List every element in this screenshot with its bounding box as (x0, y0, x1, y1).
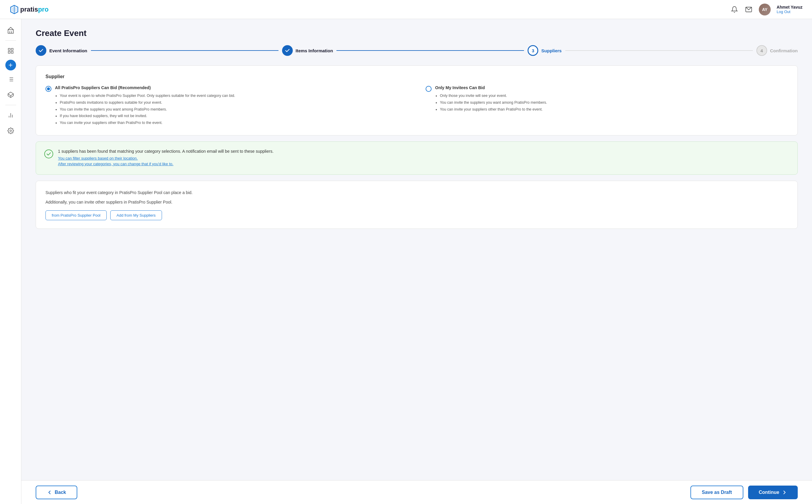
step-circle-suppliers: 3 (528, 45, 538, 56)
header-right: AY Ahmet Yavuz Log Out (730, 4, 802, 15)
sidebar-item-cube[interactable] (4, 88, 17, 101)
svg-rect-10 (11, 51, 13, 53)
notification-icon[interactable] (730, 5, 739, 14)
option-all-title: All PratisPro Suppliers Can Bid (Recomme… (55, 85, 408, 90)
step-event-info: Event Information (36, 45, 87, 56)
step-circle-items-info (282, 45, 293, 56)
change-categories-link[interactable]: After reviewing your categories, you can… (58, 162, 789, 166)
svg-rect-9 (8, 51, 10, 53)
step-confirmation: 4 Confirmation (756, 45, 798, 56)
option-invitees-title: Only My Invitees Can Bid (435, 85, 788, 90)
page-title: Create Event (36, 29, 798, 38)
invite-text-1: Suppliers who fit your event category in… (45, 189, 788, 196)
option-all-list: Your event is open to whole PratisPro Su… (55, 93, 408, 126)
from-pool-button[interactable]: from PratisPro Supplier Pool (45, 210, 107, 220)
step-items-info: Items Information (282, 45, 333, 56)
logo: pratispro (10, 5, 48, 14)
logout-link[interactable]: Log Out (777, 10, 802, 14)
info-text-content: 1 suppliers has been found that matching… (58, 149, 789, 167)
info-box: 1 suppliers has been found that matching… (36, 141, 798, 175)
option-invitees-bullet-3: You can invite your suppliers other than… (440, 107, 788, 112)
option-invitees-list: Only those you invite will see your even… (435, 93, 788, 112)
check-icon (44, 149, 53, 158)
footer-right: Save as Draft Continue (690, 486, 798, 499)
footer: Back Save as Draft Continue (21, 480, 812, 504)
option-all-suppliers[interactable]: All PratisPro Suppliers Can Bid (Recomme… (45, 85, 408, 127)
back-label: Back (55, 490, 66, 495)
user-info: Ahmet Yavuz Log Out (777, 5, 802, 14)
invite-section-card: Suppliers who fit your event category in… (36, 181, 798, 229)
sidebar-item-chart[interactable] (4, 109, 17, 122)
back-button[interactable]: Back (36, 486, 77, 499)
option-all-bullet-1: Your event is open to whole PratisPro Su… (60, 93, 408, 99)
supplier-options: All PratisPro Suppliers Can Bid (Recomme… (45, 85, 788, 127)
option-all-content: All PratisPro Suppliers Can Bid (Recomme… (55, 85, 408, 127)
mail-icon[interactable] (745, 5, 753, 14)
supplier-options-card: Supplier All PratisPro Suppliers Can Bid… (36, 65, 798, 136)
main-content: Create Event Event Information Items Inf… (21, 19, 812, 504)
sidebar-item-settings[interactable] (4, 124, 17, 137)
step-suppliers: 3 Suppliers (528, 45, 561, 56)
option-invitees-bullet-2: You can invite the suppliers you want am… (440, 100, 788, 105)
radio-all-suppliers[interactable] (45, 86, 51, 92)
header: pratispro AY Ahmet Yavuz Log Out (0, 0, 812, 19)
invite-btn-group: from PratisPro Supplier Pool Add from My… (45, 210, 788, 220)
sidebar-item-dashboard[interactable] (4, 44, 17, 57)
svg-point-21 (10, 130, 12, 132)
radio-invitees-only[interactable] (426, 86, 432, 92)
info-main-text: 1 suppliers has been found that matching… (58, 149, 789, 154)
logo-icon (10, 5, 19, 14)
step-circle-event-info (36, 45, 46, 56)
user-name: Ahmet Yavuz (777, 5, 802, 10)
stepper: Event Information Items Information 3 Su… (36, 45, 798, 56)
sidebar-divider-2 (5, 105, 16, 105)
sidebar-item-institution[interactable] (4, 24, 17, 37)
add-my-suppliers-button[interactable]: Add from My Suppliers (110, 210, 162, 220)
sidebar: + (0, 19, 21, 504)
sidebar-item-list[interactable] (4, 73, 17, 86)
step-line-1 (91, 50, 278, 51)
sidebar-divider-1 (5, 40, 16, 41)
sidebar-item-add[interactable]: + (5, 60, 16, 70)
footer-left: Back (36, 486, 77, 499)
filter-location-link[interactable]: You can filter suppliers based on their … (58, 156, 789, 160)
step-label-items-info: Items Information (296, 48, 333, 53)
step-circle-confirmation: 4 (756, 45, 767, 56)
save-draft-button[interactable]: Save as Draft (690, 486, 743, 499)
step-label-event-info: Event Information (49, 48, 87, 53)
avatar: AY (759, 4, 771, 15)
option-all-bullet-3: You can invite the suppliers you want am… (60, 107, 408, 112)
option-all-bullet-4: If you have blocked suppliers, they will… (60, 113, 408, 119)
option-all-bullet-5: You can invite your suppliers other than… (60, 120, 408, 126)
step-label-suppliers: Suppliers (541, 48, 561, 53)
svg-rect-4 (8, 30, 13, 33)
option-all-bullet-2: PratisPro sends invitations to suppliers… (60, 100, 408, 105)
continue-button[interactable]: Continue (748, 486, 798, 499)
step-line-3 (565, 50, 753, 51)
invite-text-2: Additionally, you can invite other suppl… (45, 199, 788, 205)
option-invitees-only[interactable]: Only My Invitees Can Bid Only those you … (426, 85, 788, 127)
option-invitees-content: Only My Invitees Can Bid Only those you … (435, 85, 788, 127)
svg-rect-8 (11, 48, 13, 50)
continue-label: Continue (759, 490, 779, 495)
step-line-2 (336, 50, 524, 51)
supplier-section-title: Supplier (45, 74, 788, 79)
logo-text: pratispro (20, 6, 48, 13)
option-invitees-bullet-1: Only those you invite will see your even… (440, 93, 788, 99)
svg-rect-7 (8, 48, 10, 50)
step-label-confirmation: Confirmation (770, 48, 798, 53)
